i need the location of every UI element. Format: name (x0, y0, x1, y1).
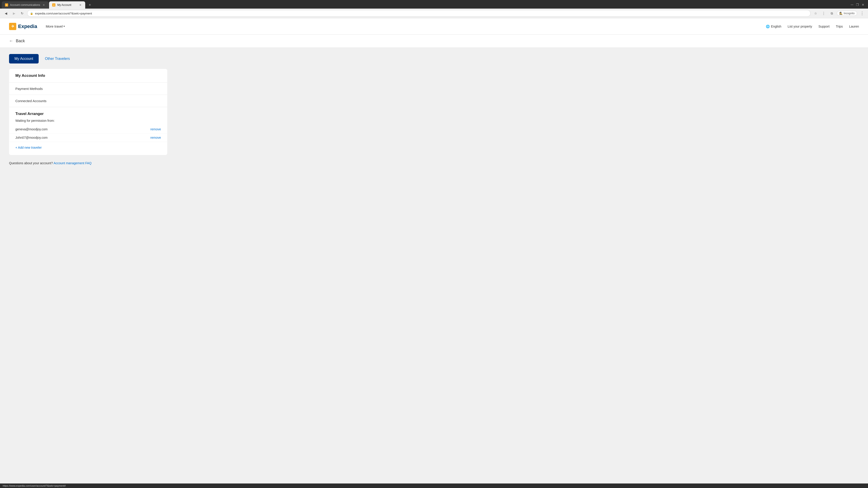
traveler-row-1: geneva@moodjoy.com remove (9, 125, 167, 133)
globe-icon: 🌐 (766, 25, 770, 28)
travel-arranger-section: Travel Arranger Waiting for permission f… (9, 107, 167, 155)
tab1-title: Account communications (10, 3, 40, 6)
english-label: English (771, 25, 781, 28)
traveler-email-1: geneva@moodjoy.com (16, 127, 150, 131)
window-controls: ─ ❐ ✕ (851, 3, 866, 8)
tab1-close-icon[interactable]: ✕ (42, 3, 45, 7)
remove-traveler-2-button[interactable]: remove (150, 136, 161, 139)
status-bar: https://www.expedia.com/user/account/?&s… (0, 484, 868, 488)
lock-icon: 🔒 (30, 12, 33, 15)
tab2-close-icon[interactable]: ✕ (79, 3, 82, 7)
tab2-title: My Account (57, 3, 76, 6)
support-label: Support (818, 25, 830, 28)
remove-traveler-1-button[interactable]: remove (150, 127, 161, 131)
browser-tab-active[interactable]: A My Account ✕ (49, 1, 85, 8)
logo[interactable]: ✈ Expedia (9, 23, 37, 30)
traveler-email-2: John07@moodjoy.com (16, 136, 150, 139)
back-arrow-icon: ← (9, 39, 13, 43)
back-label: Back (16, 39, 25, 43)
address-bar[interactable]: 🔒 expedia.com/user/account/?&selc=paymen… (27, 10, 811, 17)
browser-tab-bar: A Account communications ✕ A My Account … (0, 0, 868, 8)
logo-text: Expedia (18, 24, 37, 29)
connected-accounts-item[interactable]: Connected Accounts (9, 95, 167, 107)
account-info-title: My Account Info (16, 73, 45, 78)
faq-question-text: Questions about your account? (9, 161, 53, 165)
browser-tab-inactive[interactable]: A Account communications ✕ (2, 1, 49, 8)
travel-arranger-header: Travel Arranger (9, 107, 167, 118)
faq-link[interactable]: Account management FAQ (54, 161, 92, 165)
minimize-button[interactable]: ─ (851, 3, 853, 7)
nav-forward-button[interactable]: ▶ (11, 10, 17, 17)
more-options-icon[interactable]: ⋮ (859, 10, 865, 17)
incognito-icon: 🕵 (839, 12, 843, 15)
page: ✈ Expedia More travel ▾ 🌐 English List y… (0, 18, 868, 488)
add-new-traveler-button[interactable]: + Add new traveler (16, 146, 41, 149)
account-info-section: My Account Info (9, 69, 167, 83)
split-screen-icon[interactable]: ⧉ (829, 10, 835, 17)
my-account-tab[interactable]: My Account (9, 54, 39, 64)
english-link[interactable]: 🌐 English (766, 25, 781, 28)
more-travel-label: More travel (46, 24, 63, 28)
chevron-down-icon: ▾ (64, 25, 65, 28)
status-url: https://www.expedia.com/user/account/?&s… (3, 484, 66, 487)
payment-methods-label: Payment Methods (16, 87, 43, 91)
tab2-favicon: A (52, 3, 55, 6)
add-traveler-row: + Add new traveler (9, 142, 167, 155)
browser-chrome: A Account communications ✕ A My Account … (0, 0, 868, 18)
browser-menu-icon[interactable]: ⋮ (820, 10, 827, 17)
list-property-label: List your property (788, 25, 812, 28)
payment-methods-item[interactable]: Payment Methods (9, 83, 167, 95)
waiting-label: Waiting for permission from: (9, 118, 167, 125)
bookmark-icon[interactable]: ☆ (812, 10, 819, 17)
trips-label: Trips (836, 25, 843, 28)
traveler-row-2: John07@moodjoy.com remove (9, 133, 167, 142)
incognito-badge[interactable]: 🕵 Incognito (837, 11, 857, 16)
site-header: ✈ Expedia More travel ▾ 🌐 English List y… (0, 18, 868, 35)
new-tab-button[interactable]: + (87, 2, 93, 8)
browser-toolbar: ◀ ▶ ↻ 🔒 expedia.com/user/account/?&selc=… (0, 8, 868, 18)
account-tabs: My Account Other Travelers (9, 54, 859, 64)
logo-icon: ✈ (9, 23, 16, 30)
user-menu[interactable]: Lauren (849, 25, 859, 28)
back-bar[interactable]: ← Back (0, 35, 868, 48)
trips-link[interactable]: Trips (836, 25, 843, 28)
nav-refresh-button[interactable]: ↻ (19, 10, 25, 17)
footer-faq: Questions about your account? Account ma… (9, 158, 859, 168)
more-travel-button[interactable]: More travel ▾ (43, 23, 67, 30)
main-content: My Account Other Travelers My Account In… (0, 48, 868, 488)
connected-accounts-label: Connected Accounts (16, 99, 46, 103)
incognito-label: Incognito (844, 12, 855, 15)
account-card: My Account Info Payment Methods Connecte… (9, 69, 167, 155)
support-link[interactable]: Support (818, 25, 830, 28)
nav-back-button[interactable]: ◀ (3, 10, 9, 17)
tab1-favicon: A (5, 3, 8, 6)
list-property-link[interactable]: List your property (788, 25, 812, 28)
url-text: expedia.com/user/account/?&selc=payment (35, 12, 92, 15)
other-travelers-tab[interactable]: Other Travelers (39, 54, 75, 64)
maximize-button[interactable]: ❐ (856, 3, 859, 6)
close-window-button[interactable]: ✕ (862, 3, 864, 6)
username-label: Lauren (849, 25, 859, 28)
